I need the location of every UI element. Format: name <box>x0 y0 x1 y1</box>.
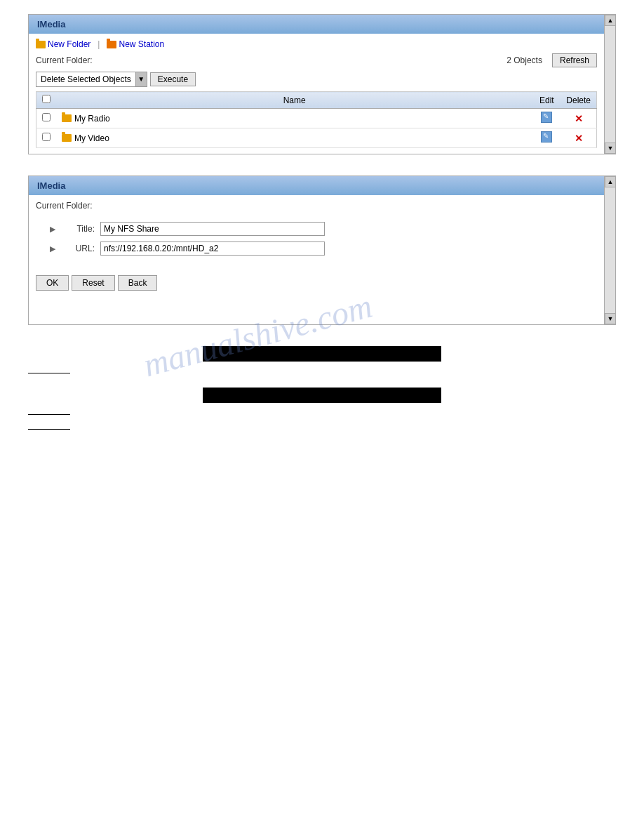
action-dropdown-arrow[interactable]: ▼ <box>135 72 147 86</box>
scrollbar[interactable]: ▲ ▼ <box>604 15 615 154</box>
row-delete-cell[interactable]: ✕ <box>561 109 596 128</box>
select-all-checkbox[interactable] <box>42 95 51 103</box>
row-checkbox-cell[interactable] <box>36 128 57 148</box>
new-station-button[interactable]: New Station <box>107 39 164 49</box>
panel2-scroll-down-arrow[interactable]: ▼ <box>605 313 616 324</box>
field-bullet-0: ▶ <box>50 225 55 234</box>
scroll-up-arrow[interactable]: ▲ <box>605 15 616 26</box>
row-checkbox-0[interactable] <box>42 113 51 121</box>
redacted-bar-2 <box>203 388 441 403</box>
panel2-scrollbar[interactable]: ▲ ▼ <box>604 176 615 324</box>
edit-icon[interactable] <box>541 131 552 143</box>
field-label-1: URL: <box>60 244 95 253</box>
row-edit-cell[interactable] <box>532 128 561 148</box>
row-name-cell: My Radio <box>56 109 532 128</box>
delete-column-header: Delete <box>561 92 596 109</box>
redacted-bar-1 <box>203 346 441 362</box>
row-checkbox-cell[interactable] <box>36 109 57 128</box>
execute-button[interactable]: Execute <box>150 72 196 86</box>
row-checkbox-1[interactable] <box>42 133 51 141</box>
field-label-0: Title: <box>60 224 95 234</box>
field-input-0[interactable] <box>100 222 325 236</box>
row-name-label: My Video <box>74 133 109 143</box>
objects-count: 2 Objects <box>507 55 542 65</box>
underline-2 <box>28 414 70 415</box>
form-field-row-1: ▶ URL: <box>36 241 597 256</box>
edit-icon[interactable] <box>541 112 552 123</box>
select-all-header[interactable] <box>36 92 57 109</box>
form-btn-reset[interactable]: Reset <box>72 275 114 291</box>
underline-1 <box>28 373 70 373</box>
field-input-1[interactable] <box>100 241 325 256</box>
panel2-scroll-up-arrow[interactable]: ▲ <box>605 176 616 187</box>
row-name-label: My Radio <box>74 114 110 124</box>
panel1-header: IMedia <box>29 15 615 34</box>
delete-icon[interactable]: ✕ <box>573 133 584 144</box>
scroll-down-arrow[interactable]: ▼ <box>605 143 616 154</box>
action-dropdown-label: Delete Selected Objects <box>36 73 135 86</box>
new-station-label: New Station <box>119 39 164 49</box>
refresh-button[interactable]: Refresh <box>552 53 597 67</box>
edit-column-header: Edit <box>532 92 561 109</box>
new-folder-button[interactable]: New Folder <box>36 39 90 49</box>
panel2-title: IMedia <box>37 180 65 191</box>
new-folder-label: New Folder <box>48 39 90 49</box>
form-btn-ok[interactable]: OK <box>36 275 69 291</box>
items-table: Name Edit Delete <box>36 91 597 148</box>
panel2-header: IMedia <box>29 176 615 195</box>
current-folder-label: Current Folder: <box>36 55 93 65</box>
row-name-cell: My Video <box>56 128 532 148</box>
row-delete-cell[interactable]: ✕ <box>561 128 596 148</box>
row-edit-cell[interactable] <box>532 109 561 128</box>
panel1-title: IMedia <box>37 19 65 29</box>
panel2-current-folder-label: Current Folder: <box>36 201 93 211</box>
redacted-section <box>28 346 616 430</box>
form-btn-back[interactable]: Back <box>118 275 158 291</box>
station-icon <box>107 41 116 48</box>
field-bullet-1: ▶ <box>50 244 55 253</box>
folder-icon <box>36 41 46 48</box>
table-row: My Radio ✕ <box>36 109 597 128</box>
table-row: My Video ✕ <box>36 128 597 148</box>
action-dropdown[interactable]: Delete Selected Objects ▼ <box>36 72 147 87</box>
underline-3 <box>28 429 70 430</box>
name-column-header: Name <box>56 92 532 109</box>
delete-icon[interactable]: ✕ <box>573 113 584 124</box>
row-folder-icon <box>62 134 72 142</box>
row-folder-icon <box>62 114 72 122</box>
form-field-row-0: ▶ Title: <box>36 222 597 236</box>
